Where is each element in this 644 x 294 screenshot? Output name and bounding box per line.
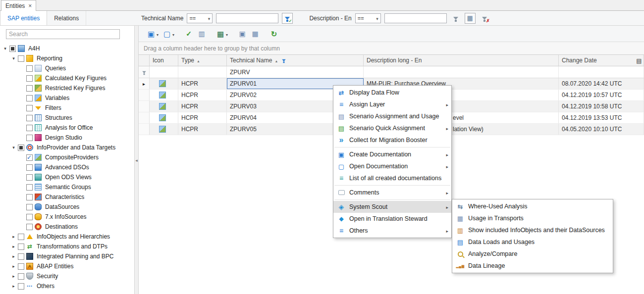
sidebar-item-a4h[interactable]: A4H [0,44,134,53]
checkbox-characteristics[interactable] [26,194,33,200]
copy-button[interactable] [237,28,248,40]
filter-cell-icon[interactable] [150,66,178,78]
refresh-button[interactable] [268,28,279,40]
filter-cell-type[interactable] [178,66,227,78]
checkbox-advanced-dsos[interactable] [26,164,33,171]
expand-arrow-icon[interactable] [10,254,17,259]
cell-change-date[interactable]: 08.07.2020 14:42 UTC [559,78,644,89]
menu-item-open-in-translation-steward[interactable]: Open in Translation Steward [333,213,451,225]
checkbox-datasources[interactable] [26,204,33,210]
checkbox-queries[interactable] [26,65,33,72]
menu-item-where-used-analysis[interactable]: Where-Used Analysis [452,200,613,212]
technical-name-filter-input[interactable] [216,13,278,23]
search-input[interactable] [6,29,120,39]
cell-type[interactable]: HCPR [178,90,227,100]
collapse-arrow-icon[interactable] [2,47,8,51]
close-tab-icon[interactable] [28,3,32,9]
expand-arrow-icon[interactable] [10,264,17,269]
collapse-panel-icon[interactable] [135,156,138,163]
checkbox-restricted-key-figures[interactable] [26,85,33,92]
column-header-type[interactable]: Type [178,55,227,66]
checkbox-security[interactable] [18,273,24,280]
checkbox-analysis-for-office[interactable] [26,125,33,131]
checkbox-abap-entities[interactable] [18,263,24,270]
sidebar-item-variables[interactable]: Variables [0,93,134,103]
open-documentation-button[interactable] [161,28,175,40]
checkbox-integrated-planning-and-bpc[interactable] [18,253,24,260]
technical-name-operator-select[interactable]: == [187,13,213,23]
checkbox-a4h[interactable] [9,46,16,52]
menu-item-scenario-quick-assignment[interactable]: Scenario Quick Assignment [333,122,451,134]
create-documentation-button[interactable] [146,28,160,40]
sidebar-item-analysis-for-office[interactable]: Analysis for Office [0,123,134,133]
column-header-icon[interactable]: Icon [150,55,178,66]
expand-arrow-icon[interactable] [10,284,17,289]
checkbox-infoprovider-and-data-targets[interactable] [18,145,24,151]
menu-item-open-documentation[interactable]: Open Documentation [333,160,451,172]
cell-icon[interactable] [150,90,178,100]
sidebar-item-characteristics[interactable]: Characteristics [0,192,134,202]
sidebar-item-abap-entities[interactable]: ABAP Entities [0,261,134,271]
cell-type[interactable]: HCPR [178,78,227,89]
filter-cell-description-long-en[interactable] [364,66,559,78]
checkbox-infoobjects-and-hierarchies[interactable] [18,234,24,240]
expand-arrow-icon[interactable] [10,274,17,279]
menu-item-system-scout[interactable]: System Scout [333,201,451,213]
sidebar-item-design-studio[interactable]: Design Studio [0,133,134,143]
filter-cell-change-date[interactable] [559,66,644,78]
cell-icon[interactable] [150,78,178,89]
sidebar-item-queries[interactable]: Queries [0,63,134,73]
menu-item-others[interactable]: Others [333,225,451,237]
sidebar-item-advanced-dsos[interactable]: Advanced DSOs [0,162,134,172]
export-excel-button[interactable] [215,28,229,40]
description-operator-select[interactable]: == [355,13,381,23]
checkbox-filters[interactable] [26,105,33,111]
checkbox-destinations[interactable] [26,224,33,230]
sidebar-item-integrated-planning-and-bpc[interactable]: Integrated Planning and BPC [0,251,134,261]
cell-change-date[interactable]: 04.05.2020 10:10 UTC [559,124,644,135]
collapse-arrow-icon[interactable] [10,56,17,61]
menu-item-data-lineage[interactable]: Data Lineage [452,260,613,272]
menu-item-data-loads-and-usages[interactable]: Data Loads and Usages [452,236,613,248]
checkbox-reporting[interactable] [18,55,24,62]
column-header-change-date[interactable]: Change Date [559,55,644,66]
menu-item-list-of-all-created-documentations[interactable]: List of all created documentations [333,172,451,184]
collapse-arrow-icon[interactable] [10,146,17,150]
tab-relations[interactable]: Relations [47,11,86,25]
cell-change-date[interactable]: 04.12.2019 13:53 UTC [559,112,644,123]
filter-button[interactable] [450,13,461,24]
menu-item-display-data-flow[interactable]: Display Data Flow [333,87,451,98]
filter-editor-button[interactable] [465,13,476,24]
cell-type[interactable]: HCPR [178,124,227,135]
sidebar-item-restricted-key-figures[interactable]: Restricted Key Figures [0,83,134,93]
apply-filter-button[interactable] [282,13,293,24]
sidebar-item-datasources[interactable]: DataSources [0,202,134,212]
checkbox-design-studio[interactable] [26,135,33,141]
filter-cell-technical-name[interactable]: ZPURV [227,66,364,78]
tab-entities[interactable]: Entities [1,0,36,11]
menu-item-scenario-assignment-and-usage[interactable]: Scenario Assignment and Usage [333,110,451,122]
splitter[interactable] [135,26,139,294]
sidebar-item-compositeproviders[interactable]: CompositeProviders [0,152,134,162]
sidebar-item-open-ods-views[interactable]: Open ODS Views [0,172,134,182]
menu-item-analyze-compare[interactable]: Analyze/Compare [452,248,613,260]
clear-filter-button[interactable] [479,13,490,24]
column-header-technical-name[interactable]: Technical Name [227,55,364,66]
sidebar-item-structures[interactable]: Structures [0,113,134,123]
description-filter-input[interactable] [384,13,447,23]
checkbox-others[interactable] [18,283,24,290]
column-header-description-long-en[interactable]: Description long - En [364,55,559,66]
checkbox-open-ods-views[interactable] [26,174,33,181]
expand-arrow-icon[interactable] [10,245,17,249]
layout-button[interactable] [250,28,261,40]
cell-icon[interactable] [150,112,178,123]
sidebar-item-reporting[interactable]: Reporting [0,53,134,63]
columns-button[interactable] [196,28,207,40]
checkbox-compositeproviders[interactable] [26,154,33,161]
menu-item-assign-layer[interactable]: Assign Layer [333,98,451,110]
menu-item-comments[interactable]: Comments [333,187,451,198]
column-chooser-icon[interactable] [635,56,644,65]
cell-change-date[interactable]: 04.12.2019 10:57 UTC [559,90,644,100]
cell-icon[interactable] [150,101,178,112]
sidebar-item-transformations-and-dtps[interactable]: Transformations and DTPs [0,242,134,251]
